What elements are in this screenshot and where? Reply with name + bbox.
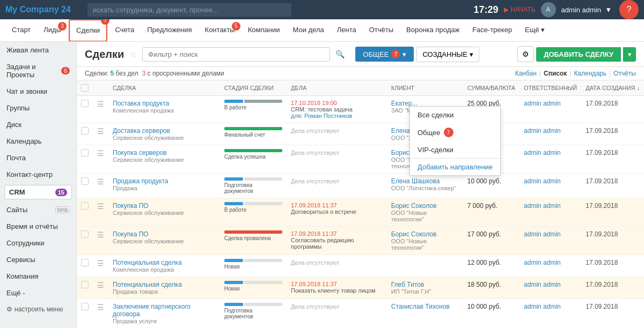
row-responsible-cell: admin admin [519, 198, 581, 227]
deal-responsible[interactable]: admin admin [524, 100, 561, 107]
user-dropdown-arrow[interactable]: ▾ [606, 5, 611, 14]
sidebar-item-disk[interactable]: Диск [0, 116, 76, 133]
view-kanban[interactable]: Канбан [515, 70, 537, 77]
sidebar-item-tasks[interactable]: Задачи и Проекты 6 [0, 58, 76, 83]
client-name[interactable]: Борис Соколов [391, 202, 459, 210]
sdelki-search-btn[interactable]: 🔍 [335, 50, 345, 58]
row-checkbox[interactable] [81, 303, 89, 310]
sdelki-star[interactable]: ☆ [129, 49, 137, 59]
deal-name[interactable]: Доставка серверов [113, 127, 216, 135]
nav-otchety[interactable]: Отчёты [363, 19, 400, 42]
sidebar-item-mail[interactable]: Почта [0, 150, 76, 166]
deal-name[interactable]: Продажа продукта [113, 177, 216, 185]
sidebar-item-groups[interactable]: Группы [0, 100, 76, 116]
nav-sdelki[interactable]: Сделки 7 [69, 19, 107, 42]
deal-responsible[interactable]: admin admin [524, 177, 561, 185]
header-checkbox[interactable] [81, 84, 89, 92]
row-checkbox[interactable] [81, 230, 89, 238]
client-name[interactable]: Глеб Титов [391, 281, 459, 288]
deal-name[interactable]: Покупка ПО [113, 202, 216, 210]
row-icon-cell: ☰ [93, 299, 108, 329]
row-checkbox[interactable] [81, 127, 89, 135]
nav-kontakty[interactable]: Контакты 5 [199, 19, 241, 42]
row-checkbox[interactable] [81, 259, 89, 266]
row-deal-cell: Покупка ПО Сервисное обслуживание [108, 198, 220, 227]
deal-name[interactable]: Потенциальная сделка [113, 259, 216, 266]
nav-start[interactable]: Старт [5, 19, 37, 42]
dropdown-add-direction[interactable]: Добавить направление [410, 159, 500, 175]
nav-scheta[interactable]: Счета [108, 19, 141, 42]
row-drag-icon[interactable]: ☰ [97, 202, 104, 211]
deal-type: Продажа услуги [113, 318, 216, 324]
sidebar-item-calendar[interactable]: Календарь [0, 133, 76, 150]
sidebar-item-chat[interactable]: Чат и звонки [0, 83, 76, 100]
deal-name[interactable]: Потенциальная сделка [113, 281, 216, 288]
row-checkbox[interactable] [81, 100, 89, 107]
sidebar-item-contact-center[interactable]: Контакт-центр [0, 166, 76, 183]
row-drag-icon[interactable]: ☰ [97, 100, 104, 108]
sidebar-item-company[interactable]: Компания [0, 268, 76, 285]
row-checkbox[interactable] [81, 149, 89, 156]
sdelki-search[interactable] [142, 47, 330, 62]
deal-name[interactable]: Заключение партнерского договора [113, 303, 216, 318]
deal-responsible[interactable]: admin admin [524, 202, 561, 210]
view-reports[interactable]: Отчёты [613, 70, 636, 77]
row-checkbox[interactable] [81, 177, 89, 185]
client-company: ООО "Новые технологии" [391, 210, 459, 222]
dropdown-all-deals[interactable]: Все сделки [410, 107, 500, 123]
row-drag-icon[interactable]: ☰ [97, 259, 104, 267]
sidebar-item-lenta[interactable]: Живая лента [0, 42, 76, 58]
deal-name[interactable]: Покупка серверов [113, 149, 216, 156]
nav-kompanii[interactable]: Компании [241, 19, 287, 42]
row-drag-icon[interactable]: ☰ [97, 303, 104, 311]
start-btn[interactable]: ▶ НАЧАТЬ [504, 6, 536, 13]
help-icon-btn[interactable]: ? [619, 0, 639, 19]
nav-predlozheniya[interactable]: Предложения [141, 19, 198, 42]
row-task-cell: 17.09.2018 11:37 Согласовать редакцию пр… [287, 227, 387, 255]
nav-lidy[interactable]: Лиды 3 [37, 19, 68, 42]
nav-voronka[interactable]: Воронка продаж [400, 19, 466, 42]
search-input[interactable] [87, 3, 291, 17]
sidebar-settings[interactable]: ⚙ настроить меню [0, 301, 76, 317]
deal-responsible[interactable]: admin admin [524, 281, 561, 288]
sidebar-item-crm[interactable]: CRM 15 [4, 185, 72, 199]
client-name[interactable]: Елена Шашкова [391, 177, 459, 185]
nav-face[interactable]: Face-трекер [466, 19, 518, 42]
row-icon-cell: ☰ [93, 96, 108, 123]
sidebar-item-time[interactable]: Время и отчёты [0, 218, 76, 235]
view-list[interactable]: Список [544, 70, 567, 77]
deal-name[interactable]: Поставка продукта [113, 100, 216, 107]
sidebar-item-services[interactable]: Сервисы [0, 251, 76, 268]
nav-lenta[interactable]: Лента [331, 19, 363, 42]
deal-responsible[interactable]: admin admin [524, 149, 561, 156]
client-name[interactable]: Борис Соколов [391, 230, 459, 238]
nav-moidela[interactable]: Мои дела [286, 19, 330, 42]
add-deal-btn[interactable]: ДОБАВИТЬ СДЕЛКУ [536, 47, 621, 62]
deal-name[interactable]: Покупка ПО [113, 230, 216, 238]
row-checkbox[interactable] [81, 281, 89, 288]
deal-responsible[interactable]: admin admin [524, 259, 561, 266]
dropdown-vip[interactable]: VIP-сделки [410, 141, 500, 158]
deal-date: 17.09.2018 [586, 281, 618, 288]
client-name[interactable]: Станислав Тихонов [391, 303, 459, 310]
view-calendar[interactable]: Календарь [574, 70, 606, 77]
sidebar-item-more[interactable]: Ещё - [0, 285, 76, 301]
filter-common-btn[interactable]: ОБЩЕЕ 7 ▾ [355, 47, 414, 62]
row-drag-icon[interactable]: ☰ [97, 149, 104, 158]
sidebar-item-employees[interactable]: Сотрудники [0, 235, 76, 251]
row-drag-icon[interactable]: ☰ [97, 281, 104, 289]
deal-responsible[interactable]: admin admin [524, 303, 561, 310]
row-checkbox[interactable] [81, 202, 89, 210]
settings-btn[interactable]: ⚙ [517, 46, 534, 62]
row-drag-icon[interactable]: ☰ [97, 127, 104, 136]
deal-responsible[interactable]: admin admin [524, 127, 561, 135]
sidebar-item-sites[interactable]: Сайты beta [0, 202, 76, 218]
add-deal-arrow[interactable]: ▾ [623, 47, 636, 62]
created-btn[interactable]: СОЗДАННЫЕ ▾ [416, 47, 479, 62]
row-checkbox-cell [77, 277, 93, 299]
row-drag-icon[interactable]: ☰ [97, 230, 104, 239]
nav-more[interactable]: Ещё ▾ [518, 19, 551, 42]
dropdown-common[interactable]: Общее 7 [410, 123, 500, 141]
deal-responsible[interactable]: admin admin [524, 230, 561, 238]
row-drag-icon[interactable]: ☰ [97, 177, 104, 186]
